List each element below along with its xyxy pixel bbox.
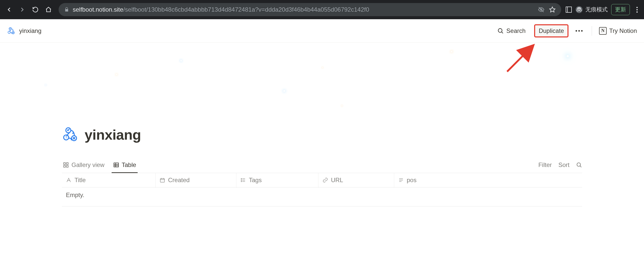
eye-off-icon[interactable] (538, 6, 544, 13)
column-header-pos[interactable]: pos (394, 173, 582, 187)
browser-menu-button[interactable] (633, 6, 640, 13)
page-header: ? yinxiang (62, 112, 582, 143)
views-bar: Gallery view Table Filter Sort (62, 157, 582, 173)
column-header-created[interactable]: Created (155, 173, 236, 187)
column-label: Title (75, 177, 86, 184)
search-in-view-button[interactable] (576, 162, 582, 168)
url-host: selfboot.notion.site (73, 6, 123, 13)
svg-point-36 (241, 180, 241, 180)
search-button[interactable]: Search (494, 25, 529, 36)
notion-logo-icon: N (599, 27, 607, 35)
browser-chrome: selfboot.notion.site/selfboot/130bb48c6c… (0, 0, 644, 19)
column-header-tags[interactable]: Tags (236, 173, 318, 187)
multiselect-icon (240, 177, 246, 183)
page-title: yinxiang (85, 126, 141, 143)
svg-point-10 (498, 28, 502, 32)
svg-rect-17 (64, 163, 65, 164)
browser-reload-button[interactable] (30, 4, 41, 15)
svg-rect-19 (64, 165, 65, 167)
column-label: URL (331, 177, 343, 184)
browser-back-button[interactable] (4, 4, 15, 15)
url-path: /selfboot/130bb48c6cbd4abbbb713d4d847248… (123, 6, 369, 13)
browser-update-button[interactable]: 更新 (611, 4, 630, 15)
database-table: Title Created Tags (62, 173, 582, 206)
column-header-url[interactable]: URL (318, 173, 394, 187)
incognito-label: 无痕模式 (585, 6, 608, 13)
browser-url-bar[interactable]: selfboot.notion.site/selfboot/130bb48c6c… (59, 3, 561, 16)
svg-line-26 (580, 166, 581, 167)
sort-button[interactable]: Sort (558, 161, 569, 168)
svg-text:?: ? (9, 31, 10, 33)
svg-rect-18 (66, 163, 68, 164)
page-icon: ? (7, 27, 16, 35)
browser-forward-button[interactable] (17, 4, 28, 15)
more-options-button[interactable] (574, 28, 585, 34)
divider (592, 26, 592, 36)
calendar-icon (160, 177, 165, 183)
try-notion-label: Try Notion (609, 27, 637, 34)
text-property-icon (398, 177, 404, 183)
view-tab-label: Gallery view (71, 161, 105, 168)
star-icon[interactable] (549, 6, 556, 13)
svg-point-37 (241, 181, 241, 182)
try-notion-button[interactable]: N Try Notion (599, 27, 637, 35)
table-icon (113, 162, 119, 168)
url-text: selfboot.notion.site/selfboot/130bb48c6c… (73, 6, 369, 13)
svg-point-3 (576, 6, 583, 13)
page-icon-large[interactable]: ? (62, 126, 79, 143)
search-label: Search (506, 27, 526, 34)
notion-topbar: ? yinxiang Search Duplicate N Try Notion (0, 19, 644, 42)
svg-point-35 (241, 178, 241, 179)
duplicate-button[interactable]: Duplicate (534, 24, 568, 37)
incognito-icon (575, 6, 583, 13)
svg-line-11 (502, 32, 503, 33)
view-tab-gallery[interactable]: Gallery view (62, 157, 106, 173)
svg-rect-28 (160, 179, 164, 182)
filter-button[interactable]: Filter (538, 161, 552, 168)
gallery-icon (63, 162, 69, 168)
column-header-title[interactable]: Title (62, 173, 155, 187)
page-content: ? yinxiang Gallery view Table Filter Sor… (47, 112, 597, 206)
link-icon (323, 177, 328, 183)
column-label: Tags (249, 177, 262, 184)
table-header-row: Title Created Tags (62, 173, 582, 187)
svg-rect-20 (66, 165, 68, 167)
breadcrumb-title: yinxiang (19, 27, 41, 34)
title-property-icon (66, 177, 71, 183)
empty-state: Empty. (62, 187, 582, 206)
svg-marker-2 (550, 7, 555, 12)
breadcrumb[interactable]: ? yinxiang (7, 27, 41, 35)
table-row: Empty. (62, 187, 582, 206)
svg-text:?: ? (65, 136, 67, 140)
column-label: Created (168, 177, 190, 184)
column-label: pos (407, 177, 417, 184)
svg-point-25 (577, 163, 581, 166)
duplicate-label: Duplicate (539, 27, 564, 34)
cover-image: /* decorative only */ (0, 42, 644, 112)
side-panel-icon[interactable] (566, 7, 572, 13)
view-tab-table[interactable]: Table (112, 157, 137, 173)
browser-home-button[interactable] (43, 4, 54, 15)
search-icon (497, 28, 504, 34)
view-tab-label: Table (122, 161, 136, 168)
incognito-indicator[interactable]: 无痕模式 (575, 6, 608, 13)
lock-icon (64, 7, 69, 12)
svg-rect-21 (114, 163, 118, 167)
